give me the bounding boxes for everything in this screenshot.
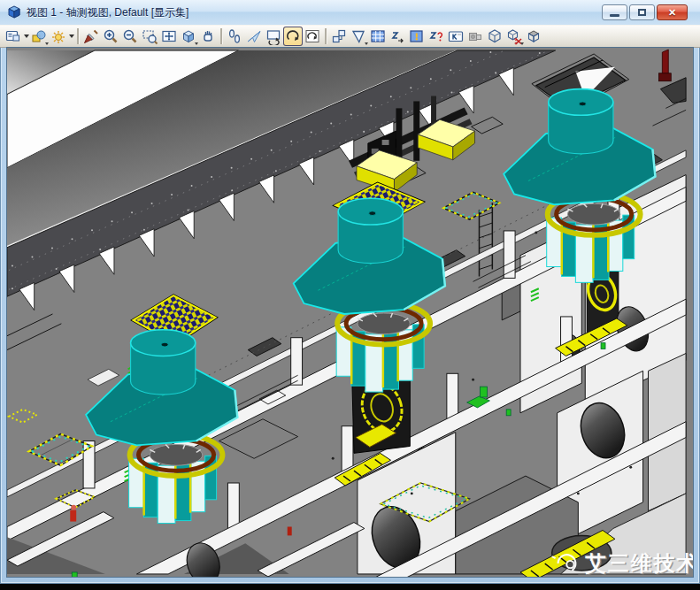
orbit-icon: [284, 27, 302, 45]
toolbar-grid-window-button[interactable]: [368, 27, 388, 46]
toolbar-focus-box-button[interactable]: [329, 27, 349, 46]
zoom-out-icon: [121, 27, 139, 45]
toolbar-review-button[interactable]: [407, 27, 427, 46]
close-glyph: ✕: [668, 8, 676, 18]
toolbar-paint-brush-button[interactable]: [81, 27, 101, 46]
toolbar-constrained-orbit-button[interactable]: [303, 27, 322, 46]
keyboard-k-icon: [447, 27, 465, 45]
toolbar-frustum-button[interactable]: [349, 27, 368, 46]
pan-hand-icon: [199, 27, 217, 45]
desktop-gap: [0, 584, 700, 590]
toolbar-pan-hand-button[interactable]: [198, 27, 218, 46]
toolbar-orbit-button[interactable]: [283, 27, 303, 46]
review-icon: [408, 27, 426, 45]
z-axis-icon: [388, 27, 406, 45]
toolbar-render-mode-button[interactable]: [29, 27, 49, 46]
toolbar-separator: [77, 28, 79, 44]
constrained-orbit-icon: [304, 27, 321, 45]
camera-disabled-icon: [466, 27, 484, 45]
walk-footprints-icon: [226, 27, 243, 45]
toolbar-zoom-in-button[interactable]: [101, 27, 120, 46]
grid-window-icon: [369, 27, 387, 45]
toolbar-display-set-button[interactable]: [4, 27, 23, 46]
toolbar-walk-footprints-button[interactable]: [225, 27, 244, 46]
toolbar-zoom-out-button[interactable]: [120, 27, 140, 46]
close-button[interactable]: ✕: [657, 4, 688, 20]
lighting-sun-icon: [50, 27, 67, 45]
fly-plane-icon: [245, 27, 263, 45]
minimize-button[interactable]: [602, 4, 627, 20]
toolbar-orbit-cube-button[interactable]: [179, 27, 198, 46]
display-set-icon: [4, 27, 22, 45]
screenshot-stage: 视图 1 - 轴测视图, Default [显示集] ✕: [0, 0, 700, 590]
toolbar-camera-disabled-button[interactable]: [465, 27, 485, 46]
toolbar-zoom-window-button[interactable]: [140, 27, 159, 46]
toolbar-z-axis-button[interactable]: [388, 27, 407, 46]
turntable-icon: [265, 27, 282, 45]
toolbar-separator: [220, 28, 222, 44]
app-window: 视图 1 - 轴测视图, Default [显示集] ✕: [0, 0, 700, 584]
section-cube-icon: [525, 27, 542, 45]
zoom-in-icon: [102, 27, 119, 45]
window-title: 视图 1 - 轴测视图, Default [显示集]: [27, 5, 188, 20]
restore-glyph: [638, 9, 646, 16]
title-bar[interactable]: 视图 1 - 轴测视图, Default [显示集] ✕: [0, 0, 700, 25]
toolbar-z-query-button[interactable]: [427, 27, 446, 46]
paint-brush-icon: [82, 27, 100, 45]
toolbar-fly-plane-button[interactable]: [244, 27, 264, 46]
restore-button[interactable]: [629, 4, 655, 20]
watermark-text: 艾三维技术: [584, 551, 693, 575]
toolbar-cube-outline-button[interactable]: [485, 27, 504, 46]
3d-viewport[interactable]: 艾三维技术 艾三维技术: [7, 48, 693, 577]
toolbar-separator: [325, 28, 327, 44]
toolbar-lighting-sun-button[interactable]: [49, 27, 68, 46]
navigation-toolbar: [0, 25, 700, 48]
minimize-glyph: [610, 14, 619, 17]
scene-canvas: 艾三维技术 艾三维技术: [7, 48, 693, 577]
blue-cube-icon: [7, 5, 21, 19]
focus-box-icon: [330, 27, 348, 45]
z-query-icon: [427, 27, 445, 45]
toolbar-turntable-button[interactable]: [264, 27, 283, 46]
toolbar-zoom-fit-button[interactable]: [159, 27, 179, 46]
zoom-fit-icon: [160, 27, 178, 45]
zoom-window-icon: [141, 27, 158, 45]
cube-outline-icon: [486, 27, 504, 45]
dropdown-arrow-icon[interactable]: [69, 34, 74, 38]
toolbar-keyboard-k-button[interactable]: [446, 27, 465, 46]
toolbar-clip-scissors-button[interactable]: [504, 27, 524, 46]
toolbar-section-cube-button[interactable]: [524, 27, 543, 46]
